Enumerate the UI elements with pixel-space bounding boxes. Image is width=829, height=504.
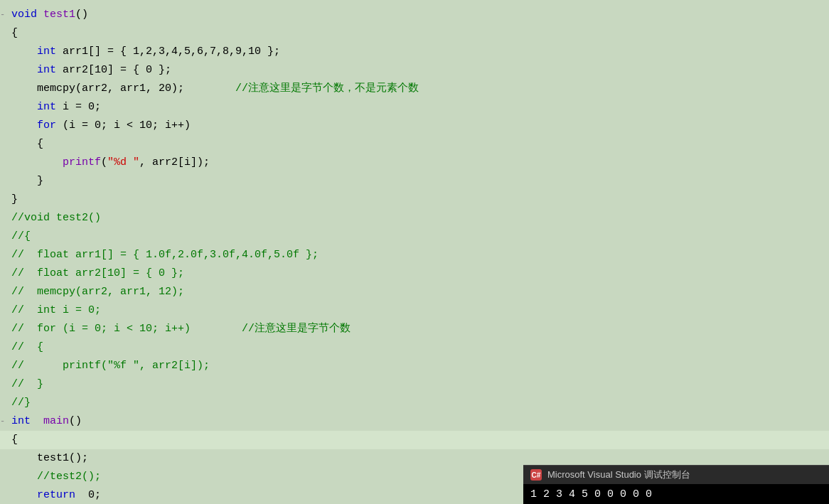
code-token-plain: [11, 156, 63, 168]
line-indicator: [0, 302, 6, 319]
code-line: int arr2[10] = { 0 };: [0, 61, 829, 80]
code-token-kw: void: [11, 9, 37, 21]
line-indicator: -: [0, 413, 6, 430]
code-line: }: [0, 172, 829, 191]
code-line: memcpy(arr2, arr1, 20); //注意这里是字节个数，不是元素…: [0, 80, 829, 98]
line-indicator: [0, 487, 6, 504]
line-indicator: [0, 136, 6, 153]
code-token-kw: return: [37, 489, 75, 501]
code-token-kw: int: [11, 415, 31, 427]
line-indicator: [0, 25, 6, 42]
code-line: // printf("%f ", arr2[i]);: [0, 357, 829, 375]
line-indicator: [0, 321, 6, 338]
code-line: {: [0, 431, 829, 449]
code-line: // memcpy(arr2, arr1, 12);: [0, 283, 829, 301]
code-token-plain: memcpy(arr2, arr1, 20);: [11, 82, 235, 95]
code-token-kw: int: [37, 45, 56, 58]
code-content: void test1(): [9, 6, 829, 23]
code-content: // memcpy(arr2, arr1, 12);: [9, 284, 829, 301]
code-content: for (i = 0; i < 10; i++): [9, 117, 829, 134]
code-token-fn: printf: [63, 156, 101, 168]
code-token-plain: {: [11, 434, 18, 446]
code-token-comment: // memcpy(arr2, arr1, 12);: [11, 286, 184, 298]
code-token-plain: [11, 101, 37, 113]
code-content: // float arr2[10] = { 0 };: [9, 265, 829, 282]
code-content: // }: [9, 376, 829, 393]
code-line: printf("%d ", arr2[i]);: [0, 154, 829, 172]
line-indicator: [0, 43, 6, 60]
code-token-kw: int: [37, 101, 56, 113]
line-indicator: [0, 284, 6, 301]
code-content: // for (i = 0; i < 10; i++) //注意这里是字节个数: [9, 321, 829, 338]
line-indicator: [0, 265, 6, 282]
code-token-plain: {: [11, 138, 43, 150]
code-content: printf("%d ", arr2[i]);: [9, 154, 829, 171]
code-token-plain: [11, 489, 37, 501]
code-content: // int i = 0;: [9, 302, 829, 319]
code-line: //{: [0, 227, 829, 246]
debug-title: Microsoft Visual Studio 调试控制台: [547, 468, 690, 481]
code-line: // {: [0, 338, 829, 357]
code-content: //{: [9, 228, 829, 245]
code-line: // for (i = 0; i < 10; i++) //注意这里是字节个数: [0, 320, 829, 338]
code-content: int arr2[10] = { 0 };: [9, 62, 829, 79]
line-indicator: [0, 376, 6, 393]
code-content: // float arr1[] = { 1.0f,2.0f,3.0f,4.0f,…: [9, 247, 829, 264]
code-token-comment: // {: [11, 341, 43, 353]
code-token-fn: main: [43, 415, 69, 427]
code-token-plain: (): [75, 9, 88, 21]
code-token-comment: //注意这里是字节个数，不是元素个数: [235, 82, 419, 95]
code-token-plain: [11, 45, 37, 58]
code-line: }: [0, 191, 829, 209]
line-indicator: [0, 191, 6, 208]
line-indicator: [0, 395, 6, 412]
vs-icon: C#: [530, 469, 542, 481]
code-token-plain: }: [11, 193, 18, 205]
code-content: }: [9, 173, 829, 190]
line-indicator: [0, 431, 6, 449]
code-token-plain: }: [11, 175, 43, 187]
code-line: //}: [0, 394, 829, 412]
line-indicator: [0, 228, 6, 245]
line-indicator: [0, 80, 6, 97]
code-token-comment: //}: [11, 397, 31, 409]
line-indicator: [0, 154, 6, 171]
code-content: {: [9, 136, 829, 153]
code-token-str: "%d ": [107, 156, 139, 168]
code-line: {: [0, 135, 829, 154]
code-line: int arr1[] = { 1,2,3,4,5,6,7,8,9,10 };: [0, 43, 829, 61]
code-line: // }: [0, 375, 829, 394]
code-token-kw: for: [37, 119, 56, 132]
code-content: {: [9, 25, 829, 42]
debug-console: C# Microsoft Visual Studio 调试控制台 1 2 3 4…: [523, 465, 829, 504]
code-line: // int i = 0;: [0, 301, 829, 320]
code-token-plain: test1();: [11, 452, 88, 464]
code-token-plain: [11, 64, 37, 76]
line-indicator: [0, 358, 6, 375]
code-token-plain: arr2[10] = { 0 };: [56, 64, 171, 76]
code-line: -void test1(): [0, 6, 829, 24]
code-token-plain: 0;: [75, 489, 101, 501]
code-token-plain: [37, 9, 43, 21]
code-token-comment: // float arr1[] = { 1.0f,2.0f,3.0f,4.0f,…: [11, 249, 319, 261]
line-indicator: -: [0, 6, 6, 23]
code-token-comment: //{: [11, 230, 31, 242]
code-content: //void test2(): [9, 210, 829, 227]
code-content: // {: [9, 339, 829, 356]
line-indicator: [0, 247, 6, 264]
line-indicator: [0, 468, 6, 486]
code-content: }: [9, 191, 829, 208]
debug-header: C# Microsoft Visual Studio 调试控制台: [523, 466, 829, 484]
debug-output: 1 2 3 4 5 0 0 0 0 0: [523, 484, 829, 504]
code-token-plain: (): [69, 415, 82, 427]
code-token-plain: , arr2[i]);: [139, 156, 210, 168]
code-line: -int main(): [0, 412, 829, 431]
code-token-comment: // float arr2[10] = { 0 };: [11, 267, 184, 279]
code-token-plain: i = 0;: [56, 101, 101, 113]
code-line: {: [0, 24, 829, 43]
code-token-comment: // for (i = 0; i < 10; i++) //注意这里是字节个数: [11, 323, 351, 335]
code-content: int arr1[] = { 1,2,3,4,5,6,7,8,9,10 };: [9, 43, 829, 60]
code-line: // float arr1[] = { 1.0f,2.0f,3.0f,4.0f,…: [0, 246, 829, 264]
code-line: int i = 0;: [0, 98, 829, 117]
code-token-comment: // }: [11, 378, 43, 390]
